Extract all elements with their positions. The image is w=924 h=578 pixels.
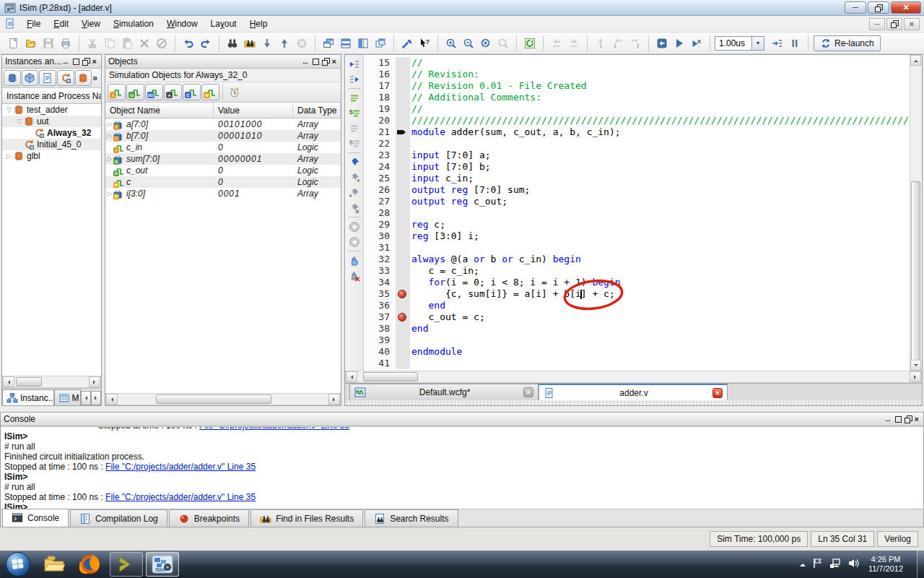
marker-gutter[interactable] (396, 300, 410, 311)
process-button[interactable] (57, 70, 74, 86)
panel-float-icon[interactable]: ↔ (302, 58, 310, 66)
code-line-18[interactable]: 18// Additional Comments: (364, 92, 910, 103)
run-time-combo[interactable]: 1.00us▼ (715, 36, 764, 51)
menu-window[interactable]: Window (160, 17, 204, 31)
tree-item-glbl[interactable]: ▷glbl (2, 150, 101, 162)
filter-o-button[interactable]: O (126, 84, 144, 100)
tree-expander-icon[interactable]: ▷ (5, 152, 13, 160)
menu-view[interactable]: View (75, 17, 107, 31)
jump-forward-button[interactable] (565, 35, 583, 52)
uncomment-lines-button[interactable] (346, 121, 362, 136)
line-number[interactable]: 41 (364, 358, 396, 369)
marker-gutter[interactable] (396, 288, 410, 300)
tab-scroll-left[interactable] (81, 391, 91, 405)
code-line-30[interactable]: 30reg [3:0] i; (364, 230, 910, 242)
console-tab-search-results[interactable]: Search Results (365, 509, 458, 527)
line-number[interactable]: 31 (364, 242, 396, 254)
panel-maximize-icon[interactable] (73, 59, 79, 65)
panel-maximize-icon[interactable] (313, 59, 319, 65)
filter-io-button[interactable]: I/O (145, 84, 163, 100)
pan-off-button[interactable] (346, 268, 362, 283)
run-all-button[interactable] (671, 35, 688, 52)
marker-gutter[interactable] (396, 80, 410, 92)
comment-lines-button[interactable] (346, 90, 362, 105)
tree-expander-icon[interactable]: ▽ (15, 118, 23, 125)
marker-gutter[interactable] (396, 335, 410, 346)
line-number[interactable]: 33 (364, 265, 396, 277)
filter-c-button[interactable]: C (183, 84, 201, 100)
marker-gutter[interactable] (396, 161, 410, 173)
console-tab-breakpoints[interactable]: Breakpoints (169, 509, 249, 527)
panel-float-icon[interactable]: ↔ (62, 58, 70, 66)
console-tab-find-in-files-results[interactable]: Find in Files Results (250, 509, 363, 527)
clear-search-button[interactable] (293, 35, 310, 52)
taskbar-explorer-button[interactable] (38, 552, 71, 577)
line-number[interactable]: 36 (364, 300, 396, 311)
code-line-32[interactable]: 32always @(a or b or c_in) begin (364, 254, 910, 265)
menu-help[interactable]: Help (243, 17, 274, 31)
taskbar-isim-button[interactable]: ISim (146, 552, 179, 577)
tree-item-uut[interactable]: ▽uut (2, 116, 101, 127)
close-button[interactable]: ✕ (891, 1, 921, 14)
save-button[interactable] (40, 35, 57, 52)
line-number[interactable]: 27 (364, 196, 396, 207)
code-line-28[interactable]: 28 (364, 207, 910, 219)
cube-button[interactable] (22, 70, 39, 86)
line-number[interactable]: 39 (364, 335, 396, 346)
step-button[interactable] (769, 35, 786, 52)
tab-scroll-right[interactable] (91, 391, 101, 405)
column-data-type[interactable]: Data Type (293, 103, 341, 118)
undo-button[interactable] (180, 35, 197, 52)
editor-horizontal-scrollbar[interactable] (345, 371, 922, 383)
code-line-31[interactable]: 31 (364, 242, 910, 254)
run-time-value[interactable]: 1.00us (715, 36, 752, 51)
marker-gutter[interactable] (396, 103, 410, 115)
console-tab-compilation-log[interactable]: Compilation Log (70, 509, 167, 527)
source-link[interactable]: File "C:/projects/adder/adder.v" Line 35 (105, 492, 256, 502)
tile-horizontal-button[interactable] (337, 35, 354, 52)
marker-gutter[interactable] (396, 57, 410, 69)
marker-gutter[interactable] (396, 173, 410, 184)
minimize-button[interactable]: ─ (845, 1, 866, 14)
context-help-button[interactable]: ? (416, 35, 433, 52)
row-expander-icon[interactable]: ▷ (105, 121, 113, 128)
network-icon[interactable] (829, 558, 841, 571)
code-line-20[interactable]: 20//////////////////////////////////////… (364, 115, 910, 126)
nav-back-button[interactable] (346, 219, 362, 234)
uncomment-number-button[interactable]: 5 (346, 136, 362, 151)
code-line-16[interactable]: 16// Revision: (364, 69, 910, 80)
start-button[interactable] (6, 552, 30, 577)
code-line-26[interactable]: 26output reg [7:0] sum; (364, 184, 910, 196)
code-line-35[interactable]: 35 {c, sum[i]} = a[i] + b[i] + c; (364, 288, 910, 300)
print-button[interactable] (57, 35, 74, 52)
tray-expand-icon[interactable] (800, 561, 806, 566)
float-window-button[interactable] (372, 35, 389, 52)
source-link[interactable]: File "C:/projects/adder/adder.v" Line 35 (199, 427, 349, 431)
paste-button[interactable] (118, 35, 136, 52)
line-number[interactable]: 18 (364, 92, 396, 103)
object-row-c_in[interactable]: Ic_in0Logic (105, 142, 341, 153)
console-output[interactable]: Stopped at time : 100 ns : File "C:/proj… (1, 426, 923, 509)
delete-button[interactable] (136, 35, 153, 52)
zoom-out-button[interactable] (460, 35, 477, 52)
find-button[interactable] (224, 35, 241, 52)
bookmark-toggle-button[interactable] (346, 155, 362, 170)
object-row-c[interactable]: Wc0Logic (105, 176, 341, 188)
mdi-minimize-button[interactable]: ─ (869, 18, 885, 30)
copy-button[interactable] (101, 35, 118, 52)
line-number[interactable]: 26 (364, 184, 396, 196)
code-line-25[interactable]: 25input c_in; (364, 173, 910, 184)
alarm-clock-button[interactable] (226, 84, 243, 101)
goto-time-button[interactable] (592, 35, 609, 52)
cascade-windows-button[interactable] (320, 35, 337, 52)
run-time-dropdown[interactable]: ▼ (752, 36, 764, 51)
objects-horizontal-scrollbar[interactable] (105, 393, 341, 405)
tree-item-test_adder[interactable]: ▽test_adder (2, 104, 101, 116)
nav-forward-button[interactable] (346, 234, 362, 249)
code-line-36[interactable]: 36 end (364, 300, 910, 311)
line-number[interactable]: 25 (364, 173, 396, 184)
code-line-24[interactable]: 24input [7:0] b; (364, 161, 910, 173)
marker-gutter[interactable] (396, 242, 410, 254)
panel-restore-icon[interactable] (82, 58, 90, 65)
redo-button[interactable] (197, 35, 214, 52)
